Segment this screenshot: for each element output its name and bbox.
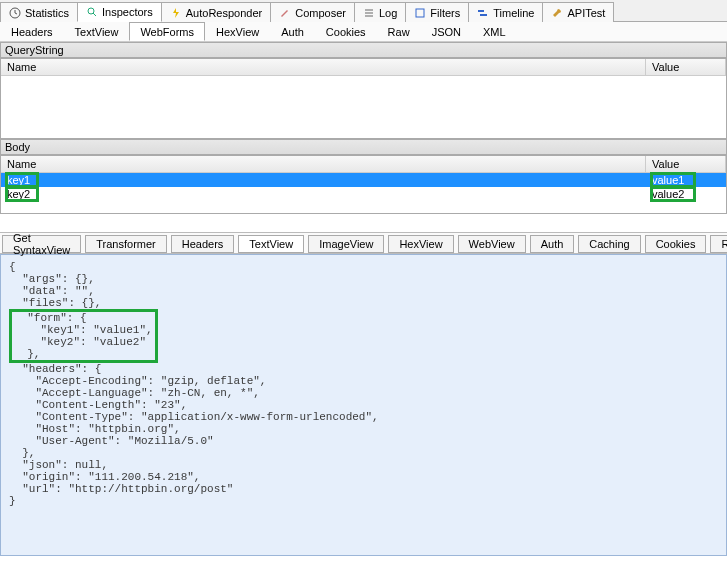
- request-tabbar: Headers TextView WebForms HexView Auth C…: [0, 22, 727, 42]
- grid-body[interactable]: [1, 76, 726, 138]
- tab-label: WebForms: [140, 26, 194, 38]
- cell-name: key2: [7, 188, 37, 200]
- resptab-caching[interactable]: Caching: [578, 235, 640, 253]
- tab-label: Headers: [11, 26, 53, 38]
- tab-label: Get SyntaxView: [13, 232, 70, 256]
- tab-timeline[interactable]: Timeline: [468, 2, 543, 22]
- reqtab-headers[interactable]: Headers: [0, 22, 64, 41]
- clock-icon: [9, 7, 21, 19]
- reqtab-xml[interactable]: XML: [472, 22, 517, 41]
- tab-statistics[interactable]: Statistics: [0, 2, 78, 22]
- pencil-icon: [279, 7, 291, 19]
- resptab-textview[interactable]: TextView: [238, 235, 304, 253]
- tab-label: Transformer: [96, 238, 156, 250]
- response-tabbar: Get SyntaxView Transformer Headers TextV…: [0, 232, 727, 254]
- tab-label: ImageView: [319, 238, 373, 250]
- tab-label: Raw: [388, 26, 410, 38]
- tab-label: Auth: [281, 26, 304, 38]
- grid-header: Name Value: [1, 59, 726, 76]
- tab-apitest[interactable]: APITest: [542, 2, 614, 22]
- tab-label: Inspectors: [102, 6, 153, 18]
- tab-label: JSON: [432, 26, 461, 38]
- square-icon: [414, 7, 426, 19]
- wrench-icon: [551, 7, 563, 19]
- reqtab-cookies[interactable]: Cookies: [315, 22, 377, 41]
- resptab-raw[interactable]: Raw: [710, 235, 727, 253]
- tab-label: HexView: [399, 238, 442, 250]
- col-name[interactable]: Name: [1, 156, 646, 172]
- resptab-imageview[interactable]: ImageView: [308, 235, 384, 253]
- reqtab-webforms[interactable]: WebForms: [129, 22, 205, 41]
- grid-body[interactable]: key1 value1 key2 value2: [1, 173, 726, 213]
- response-textview[interactable]: { "args": {}, "data": "", "files": {}, "…: [0, 254, 727, 556]
- bolt-icon: [170, 7, 182, 19]
- tab-label: TextView: [249, 238, 293, 250]
- cell-value: value1: [652, 174, 694, 186]
- tab-label: Statistics: [25, 7, 69, 19]
- magnifier-icon: [86, 6, 98, 18]
- timeline-icon: [477, 7, 489, 19]
- tab-label: Caching: [589, 238, 629, 250]
- resptab-transformer[interactable]: Transformer: [85, 235, 167, 253]
- resptab-headers[interactable]: Headers: [171, 235, 235, 253]
- querystring-label: QueryString: [0, 42, 727, 58]
- reqtab-hexview[interactable]: HexView: [205, 22, 270, 41]
- table-row[interactable]: key1 value1: [1, 173, 726, 187]
- main-tabbar: Statistics Inspectors AutoResponder Comp…: [0, 0, 727, 22]
- tab-label: Auth: [541, 238, 564, 250]
- tab-label: APITest: [567, 7, 605, 19]
- resptab-webview[interactable]: WebView: [458, 235, 526, 253]
- tab-label: XML: [483, 26, 506, 38]
- reqtab-raw[interactable]: Raw: [377, 22, 421, 41]
- resptab-auth[interactable]: Auth: [530, 235, 575, 253]
- tab-label: Cookies: [656, 238, 696, 250]
- tab-inspectors[interactable]: Inspectors: [77, 2, 162, 22]
- cell-name: key1: [7, 174, 37, 186]
- tab-label: WebView: [469, 238, 515, 250]
- body-label: Body: [0, 139, 727, 155]
- resptab-cookies[interactable]: Cookies: [645, 235, 707, 253]
- tab-label: Composer: [295, 7, 346, 19]
- tab-label: Raw: [721, 238, 727, 250]
- col-value[interactable]: Value: [646, 59, 726, 75]
- tab-label: HexView: [216, 26, 259, 38]
- reqtab-auth[interactable]: Auth: [270, 22, 315, 41]
- reqtab-textview[interactable]: TextView: [64, 22, 130, 41]
- querystring-grid: Name Value: [0, 58, 727, 139]
- svg-rect-2: [416, 9, 424, 17]
- table-row[interactable]: key2 value2: [1, 187, 726, 201]
- tab-label: Log: [379, 7, 397, 19]
- cell-value: value2: [652, 188, 694, 200]
- resptab-hexview[interactable]: HexView: [388, 235, 453, 253]
- resptab-syntax[interactable]: Get SyntaxView: [2, 235, 81, 253]
- tab-log[interactable]: Log: [354, 2, 406, 22]
- tab-filters[interactable]: Filters: [405, 2, 469, 22]
- grid-header: Name Value: [1, 156, 726, 173]
- tab-label: Filters: [430, 7, 460, 19]
- tab-label: TextView: [75, 26, 119, 38]
- tab-label: Cookies: [326, 26, 366, 38]
- col-name[interactable]: Name: [1, 59, 646, 75]
- tab-label: Headers: [182, 238, 224, 250]
- reqtab-json[interactable]: JSON: [421, 22, 472, 41]
- tab-composer[interactable]: Composer: [270, 2, 355, 22]
- list-icon: [363, 7, 375, 19]
- resp-pre: { "args": {}, "data": "", "files": {},: [9, 261, 101, 309]
- col-value[interactable]: Value: [646, 156, 726, 172]
- resp-post: "headers": { "Accept-Encoding": "gzip, d…: [9, 363, 379, 507]
- resp-form-block: "form": { "key1": "value1", "key2": "val…: [9, 309, 158, 363]
- tab-autoresponder[interactable]: AutoResponder: [161, 2, 271, 22]
- body-grid: Name Value key1 value1 key2 value2: [0, 155, 727, 214]
- tab-label: AutoResponder: [186, 7, 262, 19]
- tab-label: Timeline: [493, 7, 534, 19]
